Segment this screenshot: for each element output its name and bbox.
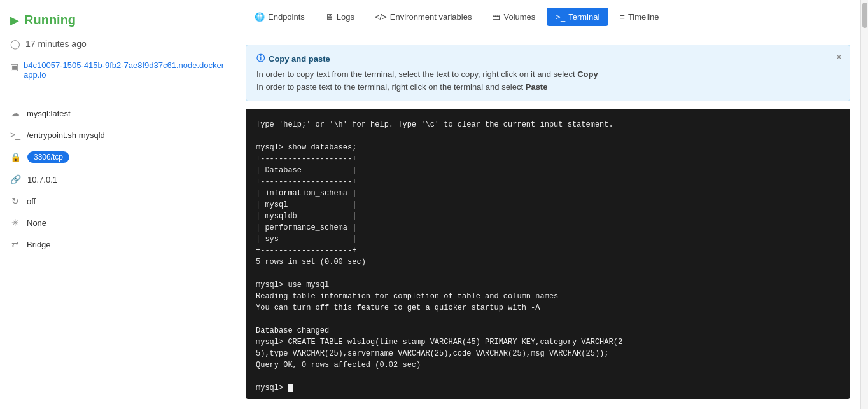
tab-volumes-label: Volumes [503, 12, 535, 22]
plugins-label: None [27, 218, 46, 228]
terminal-tab-icon: >_ [556, 12, 565, 22]
terminal-icon: >_ [10, 130, 20, 140]
tab-terminal-label: Terminal [568, 12, 599, 22]
network-icon: ⇄ [10, 239, 20, 249]
image-item: ☁ mysql:latest [10, 108, 225, 118]
banner-line1: In order to copy text from the terminal,… [256, 68, 839, 81]
tab-timeline[interactable]: ≡ Timeline [611, 8, 668, 26]
tab-logs-label: Logs [337, 12, 354, 22]
plugin-icon: ✳ [10, 218, 20, 228]
auto-restart-item: ↻ off [10, 196, 225, 206]
time-ago-label: 17 minutes ago [25, 39, 87, 49]
network-item: ⇄ Bridge [10, 239, 225, 249]
tab-logs[interactable]: 🖥 Logs [316, 8, 363, 26]
tab-endpoints-label: Endpoints [268, 12, 305, 22]
close-banner-button[interactable]: × [836, 52, 842, 63]
timeline-icon: ≡ [620, 12, 625, 22]
monitor-icon: ▣ [10, 62, 18, 72]
entrypoint-item: >_ /entrypoint.sh mysqld [10, 130, 225, 140]
entrypoint-label: /entrypoint.sh mysqld [27, 130, 105, 140]
content-area: ⓘ Copy and paste In order to copy text f… [235, 34, 860, 409]
tab-volumes[interactable]: 🗃 Volumes [483, 8, 544, 26]
network-label: Bridge [27, 240, 51, 249]
container-id-row: ▣ b4c10057-1505-415b-9fb2-7ae8f9d37c61.n… [10, 60, 225, 80]
tab-env-label: Environment variables [390, 12, 472, 22]
logs-icon: 🖥 [325, 12, 333, 22]
scrollbar-track[interactable] [860, 0, 868, 409]
running-icon: ▶ [10, 13, 19, 27]
port-badge[interactable]: 3306/tcp [27, 151, 69, 163]
plugins-item: ✳ None [10, 218, 225, 228]
tab-env-vars[interactable]: </> Environment variables [366, 8, 480, 26]
lock-icon: 🔒 [10, 152, 21, 162]
endpoints-icon: 🌐 [255, 12, 265, 22]
port-item: 🔒 3306/tcp [10, 151, 225, 163]
env-icon: </> [375, 12, 387, 22]
info-banner: ⓘ Copy and paste In order to copy text f… [246, 45, 850, 101]
main-area: 🌐 Endpoints 🖥 Logs </> Environment varia… [235, 0, 860, 409]
running-label: Running [24, 13, 76, 27]
image-label: mysql:latest [27, 109, 71, 118]
sidebar: ▶ Running ◯ 17 minutes ago ▣ b4c10057-15… [0, 0, 235, 409]
sidebar-divider [10, 94, 225, 94]
tab-bar: 🌐 Endpoints 🖥 Logs </> Environment varia… [235, 0, 860, 34]
tab-terminal[interactable]: >_ Terminal [547, 8, 608, 26]
info-circle-icon: ⓘ [256, 53, 265, 64]
ip-label: 10.7.0.1 [27, 175, 57, 184]
restart-icon: ↻ [10, 196, 20, 206]
volumes-icon: 🗃 [492, 12, 500, 22]
terminal-output[interactable]: Type 'help;' or '\h' for help. Type '\c'… [246, 109, 850, 399]
tab-endpoints[interactable]: 🌐 Endpoints [246, 8, 314, 26]
banner-title: Copy and paste [269, 54, 330, 64]
time-row: ◯ 17 minutes ago [10, 39, 225, 49]
tab-timeline-label: Timeline [628, 12, 659, 22]
banner-title-row: ⓘ Copy and paste [256, 53, 839, 64]
link-icon: 🔗 [10, 174, 21, 184]
image-icon: ☁ [10, 108, 20, 118]
clock-icon: ◯ [10, 39, 20, 49]
terminal-cursor [288, 384, 293, 392]
banner-line2: In order to paste text to the terminal, … [256, 81, 839, 94]
auto-restart-label: off [27, 197, 36, 206]
status-row: ▶ Running [10, 13, 225, 27]
scrollbar-thumb[interactable] [862, 3, 867, 28]
container-id-link[interactable]: b4c10057-1505-415b-9fb2-7ae8f9d37c61.nod… [24, 60, 225, 80]
ip-item: 🔗 10.7.0.1 [10, 174, 225, 184]
